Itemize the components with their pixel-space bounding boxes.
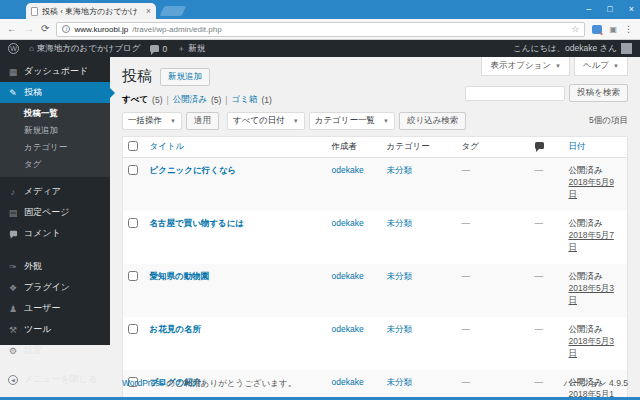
search-input[interactable] — [465, 86, 565, 101]
post-category-link[interactable]: 未分類 — [387, 324, 413, 334]
sidebar-collapse-menu[interactable]: ◀ メニューを閉じる — [0, 369, 110, 390]
page-info-icon[interactable]: i — [62, 25, 70, 33]
post-title-link[interactable]: 名古屋で買い物するには — [150, 218, 245, 228]
chevron-down-icon: ▼ — [555, 63, 561, 69]
extension-icon-1[interactable] — [592, 25, 602, 34]
add-new-button[interactable]: 新規追加 — [160, 68, 210, 86]
post-author-link[interactable]: odekake — [332, 324, 364, 334]
tablenav-top: 一括操作 ▼ 適用 すべての日付 ▼ カテゴリー一覧 ▼ 絞り込み検索 5個の項… — [122, 112, 628, 130]
filter-published[interactable]: 公開済み — [173, 94, 207, 106]
row-checkbox[interactable] — [128, 271, 138, 281]
sidebar-item-pages[interactable]: ▤ 固定ページ — [0, 202, 110, 223]
post-author-link[interactable]: odekake — [332, 218, 364, 228]
reload-icon[interactable]: ⟳ — [41, 24, 49, 34]
screen-options-button[interactable]: 表示オプション ▼ — [481, 57, 569, 76]
chevron-down-icon: ▼ — [383, 118, 389, 124]
appearance-brush-icon: ✑ — [8, 262, 18, 272]
comments-empty: — — [535, 218, 544, 228]
wordpress-logo-icon[interactable]: W — [8, 43, 19, 54]
main-content: 表示オプション ▼ ヘルプ ▼ 投稿 新規追加 投稿を検索 すべて (5) | — [110, 57, 640, 400]
settings-gear-icon: ⚙ — [8, 346, 18, 356]
sidebar-item-comments[interactable]: コメント — [0, 223, 110, 244]
submenu-all-posts[interactable]: 投稿一覧 — [0, 105, 110, 122]
table-header-row: タイトル 作成者 カテゴリー タグ 日付 — [123, 137, 628, 158]
back-icon[interactable]: ← — [7, 24, 17, 34]
maximize-button[interactable]: □ — [607, 5, 612, 14]
filter-all[interactable]: すべて — [122, 94, 148, 106]
sidebar-item-media[interactable]: ♪ メディア — [0, 181, 110, 202]
post-author-link[interactable]: odekake — [332, 165, 364, 175]
sidebar-item-plugins[interactable]: ❖ プラグイン — [0, 277, 110, 298]
post-status: 公開済み — [569, 271, 603, 281]
user-avatar[interactable] — [621, 43, 632, 54]
bulk-action-select[interactable]: 一括操作 ▼ — [122, 112, 182, 130]
filter-trash[interactable]: ゴミ箱 — [232, 94, 258, 106]
table-row: 愛知県の動物園 odekake 未分類 — — 公開済み 2018年5月3日 — [123, 264, 628, 317]
bookmark-star-icon[interactable]: ☆ — [571, 24, 579, 34]
forward-icon[interactable]: → — [24, 24, 34, 34]
author-header: 作成者 — [327, 137, 382, 158]
comments-header — [530, 137, 564, 158]
chevron-down-icon: ▼ — [170, 118, 176, 124]
minimize-button[interactable]: – — [586, 5, 591, 14]
submenu-add-new[interactable]: 新規追加 — [0, 122, 110, 139]
page-title: 投稿 — [122, 67, 152, 86]
comments-icon — [8, 229, 18, 239]
sidebar-item-appearance[interactable]: ✑ 外観 — [0, 256, 110, 277]
table-row: ピクニックに行くなら odekake 未分類 — — 公開済み 2018年5月9… — [123, 158, 628, 212]
submenu-tags[interactable]: タグ — [0, 156, 110, 173]
date-filter-select[interactable]: すべての日付 ▼ — [227, 112, 305, 130]
sort-title-header[interactable]: タイトル — [150, 141, 185, 151]
browser-menu-icon[interactable]: ⋮ — [624, 24, 633, 34]
post-title-link[interactable]: お花見の名所 — [150, 324, 201, 334]
sidebar-item-settings[interactable]: ⚙ 設定 — [0, 340, 110, 361]
comments-empty: — — [535, 271, 544, 281]
tab-close-icon[interactable]: × — [146, 6, 151, 16]
category-filter-select[interactable]: カテゴリー一覧 ▼ — [309, 112, 395, 130]
adminbar-comments-link[interactable]: 0 — [150, 44, 167, 54]
sidebar-item-users[interactable]: ♟ ユーザー — [0, 298, 110, 319]
adminbar-greeting[interactable]: こんにちは、odekake さん — [513, 43, 617, 55]
plugins-icon: ❖ — [8, 283, 18, 293]
post-title-link[interactable]: ピクニックに行くなら — [150, 165, 237, 175]
post-category-link[interactable]: 未分類 — [387, 271, 413, 281]
wordpress-link[interactable]: WordPress — [122, 378, 164, 388]
submenu-categories[interactable]: カテゴリー — [0, 139, 110, 156]
comment-bubble-icon — [535, 142, 544, 149]
tab-title: 投稿 ‹ 東海地方のおでかけ — [42, 6, 142, 17]
post-author-link[interactable]: odekake — [332, 271, 364, 281]
adminbar-new-link[interactable]: ＋ 新規 — [177, 43, 205, 55]
select-all-checkbox[interactable] — [128, 141, 138, 151]
tags-empty: — — [462, 324, 471, 334]
filter-button[interactable]: 絞り込み検索 — [399, 112, 466, 130]
sidebar-item-dashboard[interactable]: ▦ ダッシュボード — [0, 61, 110, 82]
close-button[interactable]: × — [629, 5, 634, 14]
adminbar-site-link[interactable]: ⌂ 東海地方のおでかけブログ — [29, 43, 140, 55]
media-icon: ♪ — [8, 187, 18, 197]
sidebar-item-posts[interactable]: ✎ 投稿 — [0, 82, 110, 103]
row-checkbox[interactable] — [128, 218, 138, 228]
url-bar[interactable]: i www.kuroobi.jp /travel/wp-admin/edit.p… — [56, 22, 585, 37]
chevron-down-icon: ▼ — [293, 118, 299, 124]
tags-empty: — — [462, 218, 471, 228]
post-category-link[interactable]: 未分類 — [387, 165, 413, 175]
search-posts-button[interactable]: 投稿を検索 — [569, 84, 628, 102]
post-category-link[interactable]: 未分類 — [387, 218, 413, 228]
help-button[interactable]: ヘルプ ▼ — [574, 57, 628, 76]
post-status: 公開済み — [569, 165, 603, 175]
post-title-link[interactable]: 愛知県の動物園 — [150, 271, 210, 281]
sidebar-item-tools[interactable]: ⚒ ツール — [0, 319, 110, 340]
row-checkbox[interactable] — [128, 165, 138, 175]
table-row: お花見の名所 odekake 未分類 — — 公開済み 2018年5月3日 — [123, 317, 628, 370]
new-tab-button[interactable] — [160, 6, 187, 16]
row-checkbox[interactable] — [128, 324, 138, 334]
tools-wrench-icon: ⚒ — [8, 325, 18, 335]
browser-tab[interactable]: 投稿 ‹ 東海地方のおでかけ × — [26, 3, 156, 19]
browser-titlebar: 投稿 ‹ 東海地方のおでかけ × – □ × — [0, 0, 640, 19]
sort-date-header[interactable]: 日付 — [569, 141, 586, 151]
pages-icon: ▤ — [8, 208, 18, 218]
apply-button[interactable]: 適用 — [186, 112, 219, 130]
comments-empty: — — [535, 165, 544, 175]
extension-icon-2[interactable]: ▣ — [609, 25, 617, 34]
post-date: 2018年5月3日 — [569, 283, 614, 305]
